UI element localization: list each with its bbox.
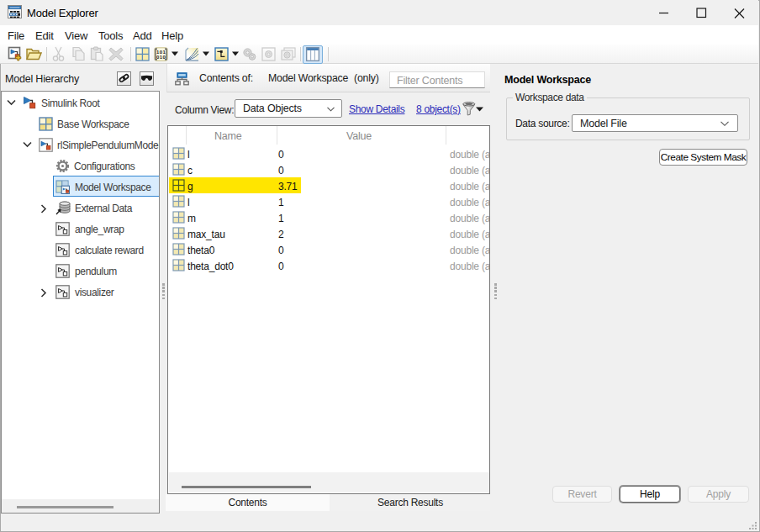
svg-text:010: 010 [156,55,166,60]
svg-text:101: 101 [156,50,166,55]
